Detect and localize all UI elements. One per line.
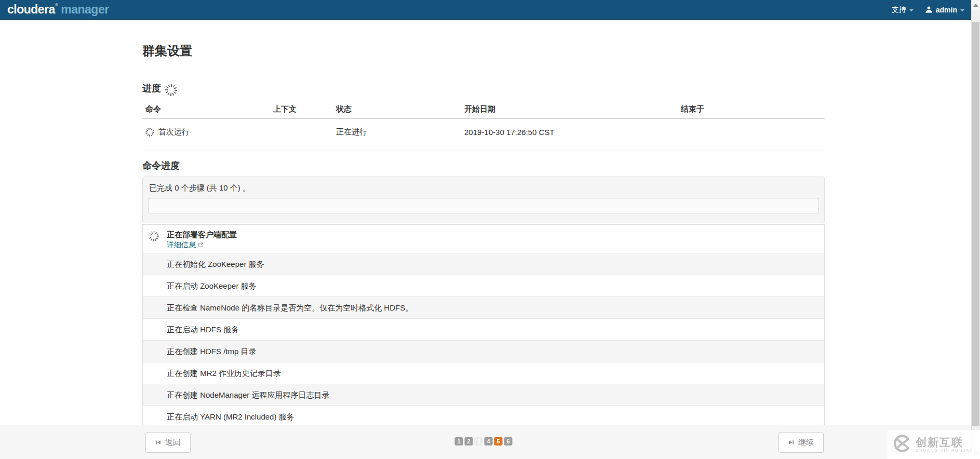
progress-section-heading: 进度 (142, 82, 825, 96)
wizard-step-pagination: 1 2 3 4 5 6 (455, 437, 513, 446)
cloudera-manager-logo[interactable]: cloudera®manager (7, 3, 109, 17)
page-title: 群集设置 (142, 44, 825, 58)
status-cell: 正在进行 (333, 119, 461, 151)
column-header-context: 上下文 (270, 100, 333, 119)
command-cell: 首次运行 (142, 119, 270, 151)
context-cell (270, 119, 333, 151)
step-label: 正在创建 NodeManager 远程应用程序日志目录 (167, 390, 329, 399)
logo-trademark: ® (55, 3, 58, 7)
page-step-4[interactable]: 4 (485, 437, 493, 446)
commands-table-header-row: 命令 上下文 状态 开始日期 结束于 (142, 100, 825, 119)
list-item: 正在创建 MR2 作业历史记录目录 (143, 362, 824, 384)
step-label: 正在检查 NameNode 的名称目录是否为空。仅在为空时格式化 HDFS。 (167, 303, 413, 312)
overall-progress-bar (148, 198, 819, 213)
progress-heading-label: 进度 (142, 83, 161, 93)
vertical-scrollbar[interactable] (971, 0, 980, 459)
list-item: 正在创建 NodeManager 远程应用程序日志目录 (143, 384, 824, 406)
loading-spinner-icon (149, 231, 159, 241)
triangle-up-icon (973, 4, 978, 7)
command-name: 首次运行 (158, 127, 190, 137)
main-content: 群集设置 进度 命令 上下文 状态 开始日期 结束于 首次运行 (142, 20, 825, 428)
back-button[interactable]: 返回 (145, 432, 191, 453)
step-label: 正在创建 HDFS /tmp 目录 (167, 347, 257, 356)
logo-secondary-text: manager (61, 3, 109, 16)
page-step-3[interactable]: 3 (475, 437, 483, 446)
step-label: 正在初始化 ZooKeeper 服务 (167, 260, 264, 268)
chevron-down-icon (960, 9, 964, 11)
person-icon (925, 6, 933, 14)
continue-button[interactable]: 继续 (778, 432, 824, 453)
steps-completed-text: 已完成 0 个步骤 (共 10 个) 。 (148, 183, 819, 193)
column-header-command: 命令 (142, 100, 270, 119)
scrollbar-thumb[interactable] (972, 22, 979, 426)
command-steps-list: 正在部署客户端配置 详细信息 正在初始化 ZooKeeper 服务 正在启动 Z… (142, 224, 825, 428)
list-item: 正在启动 YARN (MR2 Included) 服务 (143, 406, 824, 427)
watermark-subtitle: CHUANG XIN HU LIAN (916, 448, 973, 453)
details-link[interactable]: 详细信息 (167, 240, 196, 249)
column-header-status: 状态 (333, 100, 461, 119)
watermark-logo-icon (893, 434, 911, 455)
page-step-2[interactable]: 2 (465, 437, 473, 446)
logo-primary-text: cloudera (7, 3, 55, 16)
column-header-start-date: 开始日期 (461, 100, 678, 119)
progress-summary-box: 已完成 0 个步骤 (共 10 个) 。 (142, 177, 825, 223)
scrollbar-up-button[interactable] (972, 0, 980, 10)
page-step-5-current[interactable]: 5 (494, 437, 503, 446)
list-item: 正在创建 HDFS /tmp 目录 (143, 340, 824, 362)
list-item: 正在初始化 ZooKeeper 服务 (143, 253, 824, 275)
continue-button-label: 继续 (798, 438, 814, 448)
support-menu-label: 支持 (892, 5, 906, 15)
support-menu[interactable]: 支持 (892, 5, 914, 15)
list-item: 正在启动 ZooKeeper 服务 (143, 275, 824, 296)
chevron-down-icon (909, 9, 914, 11)
loading-spinner-icon (165, 84, 177, 96)
list-item: 正在启动 HDFS 服务 (143, 318, 824, 340)
watermark-title: 创新互联 (916, 436, 973, 448)
step-label: 正在启动 YARN (MR2 Included) 服务 (167, 412, 294, 421)
site-watermark: 创新互联 CHUANG XIN HU LIAN (888, 430, 980, 459)
list-item: 正在检查 NameNode 的名称目录是否为空。仅在为空时格式化 HDFS。 (143, 296, 824, 318)
step-forward-icon (788, 438, 794, 447)
column-header-ended-at: 结束于 (678, 100, 825, 119)
step-label: 正在启动 HDFS 服务 (167, 325, 239, 334)
step-label: 正在启动 ZooKeeper 服务 (167, 281, 257, 290)
page-step-1[interactable]: 1 (455, 437, 463, 446)
external-link-icon (198, 242, 204, 248)
page-step-6[interactable]: 6 (504, 437, 513, 446)
start-date-cell: 2019-10-30 17:26:50 CST (461, 119, 678, 151)
step-label: 正在部署客户端配置 (167, 230, 824, 239)
user-menu-label: admin (936, 6, 957, 14)
step-label: 正在创建 MR2 作业历史记录目录 (167, 369, 281, 377)
ended-at-cell (678, 119, 825, 151)
back-button-label: 返回 (165, 438, 181, 448)
loading-spinner-icon (145, 128, 154, 137)
list-item: 正在部署客户端配置 详细信息 (143, 225, 824, 253)
table-row: 首次运行 正在进行 2019-10-30 17:26:50 CST (142, 119, 825, 151)
navbar-right-menu: 支持 admin (892, 5, 964, 15)
top-navbar: cloudera®manager 支持 admin (0, 0, 980, 20)
command-progress-heading: 命令进度 (142, 160, 825, 171)
user-menu[interactable]: admin (925, 6, 964, 14)
wizard-footer-bar: 返回 1 2 3 4 5 6 继续 (0, 425, 980, 459)
commands-table: 命令 上下文 状态 开始日期 结束于 首次运行 正在进行 2019-10-30 … (142, 100, 825, 151)
step-backward-icon (155, 438, 161, 447)
